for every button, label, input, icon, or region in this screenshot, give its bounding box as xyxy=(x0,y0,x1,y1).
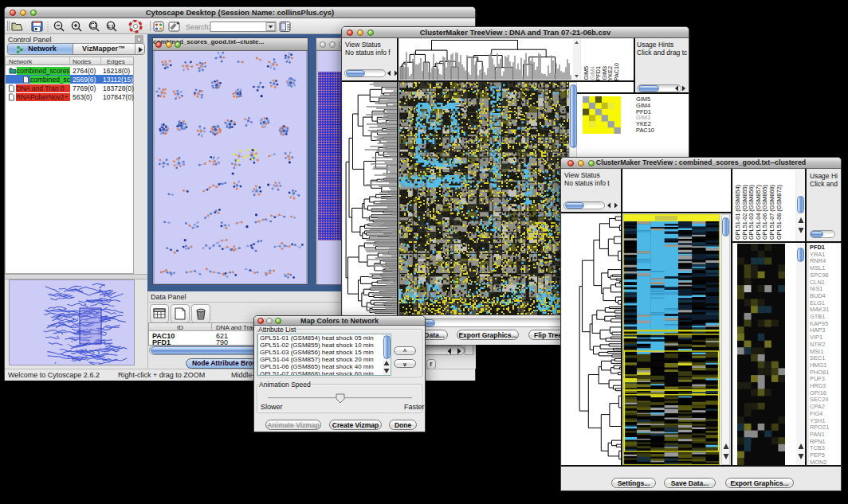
svg-text:Search:: Search: xyxy=(186,23,210,31)
svg-text:1:1: 1:1 xyxy=(108,24,114,29)
